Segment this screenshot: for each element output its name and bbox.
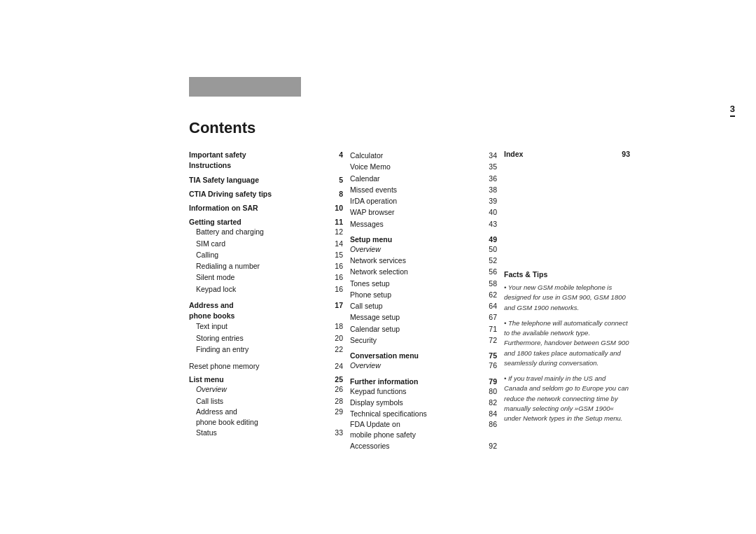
index-label: Index <box>504 150 523 158</box>
page: 3 Contents Important safetyInstructions … <box>0 0 756 534</box>
toc-message-setup: Message setup 67 <box>350 311 497 323</box>
toc-section-tia: TIA Safety language 5 <box>189 176 343 184</box>
calling-number: 15 <box>329 249 343 260</box>
toc-calendar: Calendar 36 <box>350 173 497 184</box>
status-label: Status <box>196 427 217 438</box>
toc-voice-memo: Voice Memo 35 <box>350 161 497 172</box>
toc-irda: IrDA operation 39 <box>350 195 497 206</box>
conversation-overview-number: 76 <box>483 360 497 371</box>
irda-label: IrDA operation <box>350 195 397 206</box>
display-symbols-label: Display symbols <box>350 397 403 408</box>
redialing-label: Redialing a number <box>196 260 260 272</box>
toc-section-further: Further information 79 Keypad functions … <box>350 377 497 451</box>
call-lists-number: 28 <box>329 395 343 407</box>
tia-label: TIA Safety language <box>189 176 259 184</box>
security-number: 72 <box>483 335 497 346</box>
address-number: 17 <box>335 300 343 321</box>
toc-setup-overview: Overview 50 <box>350 244 497 255</box>
missed-events-label: Missed events <box>350 184 397 195</box>
toc-phone-setup: Phone setup 62 <box>350 289 497 300</box>
network-services-label: Network services <box>350 255 406 266</box>
ctia-label: CTIA Driving safety tips <box>189 190 272 198</box>
calculator-number: 34 <box>483 150 497 161</box>
facts-tips-box: Facts & Tips • Your new GSM mobile telep… <box>504 270 630 423</box>
conversation-menu-label: Conversation menu <box>350 351 419 360</box>
finding-number: 22 <box>329 344 343 355</box>
toc-conversation-overview: Overview 76 <box>350 360 497 371</box>
calendar-setup-label: Calendar setup <box>350 323 400 335</box>
column-3: Index 93 Facts & Tips • Your new GSM mob… <box>497 150 630 457</box>
toc-messages: Messages 43 <box>350 218 497 230</box>
contents-title: Contents <box>189 119 728 137</box>
toc-silent: Silent mode 16 <box>189 272 343 283</box>
getting-started-label: Getting started <box>189 218 241 226</box>
facts-item-2: • The telephone will automatically conne… <box>504 318 630 368</box>
toc-security: Security 72 <box>350 335 497 346</box>
text-input-label: Text input <box>196 321 227 332</box>
wap-label: WAP browser <box>350 206 395 218</box>
toc-status: Status 33 <box>189 427 343 438</box>
toc-keypad: Keypad lock 16 <box>189 283 343 295</box>
toc-fda-update: FDA Update onmobile phone safety 86 <box>350 419 497 440</box>
keypad-number: 16 <box>329 283 343 295</box>
storing-label: Storing entries <box>196 332 244 344</box>
further-info-number: 79 <box>489 377 497 386</box>
toc-section-sar: Information on SAR 10 <box>189 204 343 212</box>
text-input-number: 18 <box>329 321 343 332</box>
toc-top-entries: Calculator 34 Voice Memo 35 Calendar 36 … <box>350 150 497 230</box>
toc-address-editing: Address andphone book editing 29 <box>189 407 343 427</box>
toc-section-conversation: Conversation menu 75 Overview 76 <box>350 351 497 371</box>
reset-number: 24 <box>329 360 343 372</box>
setup-menu-label: Setup menu <box>350 235 392 244</box>
toc-index: Index 93 <box>504 150 630 158</box>
toc-finding: Finding an entry 22 <box>189 344 343 355</box>
security-label: Security <box>350 335 377 346</box>
toc-section-getting-started: Getting started 11 Battery and charging … <box>189 218 343 295</box>
important-safety-label: Important safetyInstructions <box>189 150 246 170</box>
irda-number: 39 <box>483 195 497 206</box>
toc-redialing: Redialing a number 16 <box>189 260 343 272</box>
calendar-setup-number: 71 <box>483 323 497 335</box>
address-label: Address andphone books <box>189 300 234 321</box>
setup-overview-number: 50 <box>483 244 497 255</box>
redialing-number: 16 <box>329 260 343 272</box>
call-lists-label: Call lists <box>196 395 223 407</box>
toc-tones-setup: Tones setup 58 <box>350 278 497 289</box>
toc-calculator: Calculator 34 <box>350 150 497 161</box>
reset-label: Reset phone memory <box>189 360 259 372</box>
setup-menu-number: 49 <box>489 235 497 244</box>
messages-label: Messages <box>350 218 384 230</box>
toc-sim: SIM card 14 <box>189 238 343 249</box>
toc-calendar-setup: Calendar setup 71 <box>350 323 497 335</box>
accessories-label: Accessories <box>350 440 390 451</box>
columns-layout: Important safetyInstructions 4 TIA Safet… <box>189 150 728 457</box>
phone-setup-number: 62 <box>483 289 497 300</box>
voice-memo-label: Voice Memo <box>350 161 391 172</box>
technical-specs-label: Technical specifications <box>350 408 427 419</box>
toc-display-symbols: Display symbols 82 <box>350 397 497 408</box>
conversation-menu-number: 75 <box>489 351 497 360</box>
messages-number: 43 <box>483 218 497 230</box>
sar-label: Information on SAR <box>189 204 258 212</box>
toc-section-list: List menu 25 Overview 26 Call lists 28 A… <box>189 375 343 438</box>
message-setup-number: 67 <box>483 311 497 323</box>
toc-section-address: Address andphone books 17 Text input 18 … <box>189 300 343 355</box>
setup-overview-label: Overview <box>350 244 381 255</box>
toc-call-lists: Call lists 28 <box>189 395 343 407</box>
status-number: 33 <box>329 427 343 438</box>
toc-text-input: Text input 18 <box>189 321 343 332</box>
toc-keypad-functions: Keypad functions 80 <box>350 386 497 397</box>
facts-item-1: • Your new GSM mobile telephone is desig… <box>504 283 630 313</box>
toc-storing: Storing entries 20 <box>189 332 343 344</box>
fda-update-number: 86 <box>483 419 497 430</box>
facts-text-1: • Your new GSM mobile telephone is desig… <box>504 283 630 423</box>
list-menu-number: 25 <box>335 375 343 384</box>
column-1: Important safetyInstructions 4 TIA Safet… <box>189 150 343 457</box>
calling-label: Calling <box>196 249 218 260</box>
facts-item-3: • If you travel mainly in the US and Can… <box>504 374 630 423</box>
missed-events-number: 38 <box>483 184 497 195</box>
call-setup-label: Call setup <box>350 300 383 311</box>
toc-technical-specs: Technical specifications 84 <box>350 408 497 419</box>
page-number: 3 <box>730 104 735 117</box>
index-number: 93 <box>622 150 630 158</box>
